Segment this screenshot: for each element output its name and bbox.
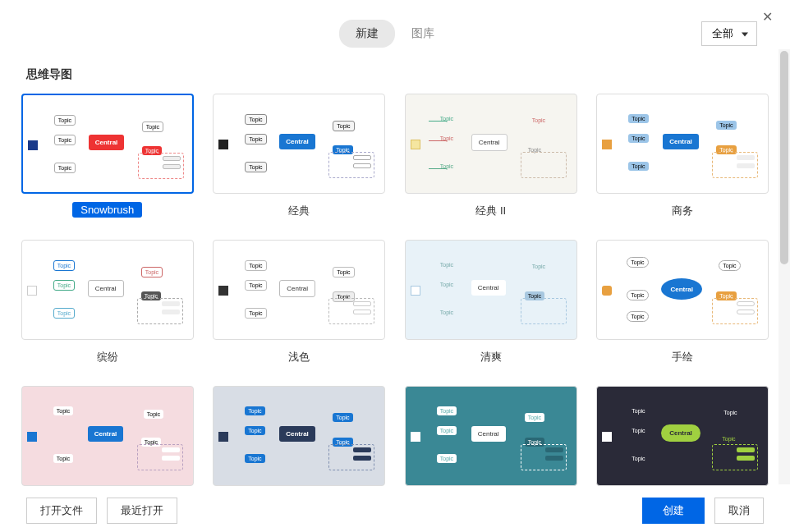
template-thumbnail: CentralTopicTopicTopicTopicTopic [405,240,577,340]
template-label: 缤纷 [89,348,126,366]
template-card[interactable]: CentralTopicTopicTopicTopicTopic经典 II [403,94,579,220]
footer-right: 创建 取消 [642,498,764,524]
footer: 打开文件 最近打开 创建 取消 [0,489,790,532]
template-card[interactable]: CentralTopicTopicTopicTopicTopicSnowbrus… [20,94,195,220]
template-label: 清爽 [472,348,510,366]
template-thumbnail: CentralTopicTopicTopicTopicTopic [596,94,769,194]
cancel-button[interactable]: 取消 [714,498,764,524]
template-card[interactable]: CentralTopicTopicTopicTopicTopic正式 [212,386,388,496]
template-thumbnail: CentralTopicTopicTopicTopicTopic [405,94,577,194]
tab-gallery[interactable]: 图库 [395,20,451,48]
content-area: 思维导图 CentralTopicTopicTopicTopicTopicSno… [0,61,790,496]
template-label: 经典 II [467,202,514,220]
template-thumbnail: CentralTopicTopicTopicTopicTopic [213,240,385,340]
template-card[interactable]: CentralTopicTopicTopicTopicTopic商务 [595,94,771,220]
template-thumbnail: CentralTopicTopicTopicTopicTopic [596,386,769,486]
tabs: 新建 图库 [339,20,451,48]
scrollbar-thumb[interactable] [780,51,788,264]
template-thumbnail: CentralTopicTopicTopicTopicTopic [21,94,194,194]
template-label: 手绘 [664,348,701,366]
template-label: 经典 [280,202,318,220]
template-thumbnail: CentralTopicTopicTopicTopicTopic [213,94,385,194]
template-label: 浅色 [280,348,318,366]
template-card[interactable]: CentralTopicTopicTopicTopicTopic海洋 [403,386,579,496]
template-card[interactable]: CentralTopicTopicTopicTopicTopic浅色 [212,240,388,366]
recent-button[interactable]: 最近打开 [107,498,177,524]
template-thumbnail: CentralTopicTopicTopicTopicTopic [405,386,577,486]
template-thumbnail: CentralTopicTopicTopicTopic [21,386,194,486]
category-selected-value: 全部 [712,27,733,39]
template-card[interactable]: CentralTopicTopicTopicTopicTopic清爽 [403,240,579,366]
header: 新建 图库 全部 [0,0,790,61]
template-label: 商务 [664,202,701,220]
template-card[interactable]: CentralTopicTopicTopicTopicTopic经典 [212,94,388,220]
template-card[interactable]: CentralTopicTopicTopicTopicTopic手绘 [595,240,771,366]
section-title: 思维导图 [26,67,770,82]
template-card[interactable]: CentralTopicTopicTopicTopic派对 [20,386,195,496]
template-label: Snowbrush [72,202,142,218]
template-grid: CentralTopicTopicTopicTopicTopicSnowbrus… [20,94,770,496]
footer-left: 打开文件 最近打开 [26,498,177,524]
template-card[interactable]: CentralTopicTopicTopicTopicTopic缤纷 [20,240,195,366]
template-card[interactable]: CentralTopicTopicTopicTopicTopic活力 [595,386,771,496]
template-thumbnail: CentralTopicTopicTopicTopicTopic [596,240,769,340]
tab-new[interactable]: 新建 [339,20,395,48]
template-thumbnail: CentralTopicTopicTopicTopicTopic [213,386,385,486]
create-button[interactable]: 创建 [642,498,705,524]
category-dropdown[interactable]: 全部 [701,21,757,46]
open-file-button[interactable]: 打开文件 [26,498,97,524]
template-thumbnail: CentralTopicTopicTopicTopicTopic [21,240,194,340]
